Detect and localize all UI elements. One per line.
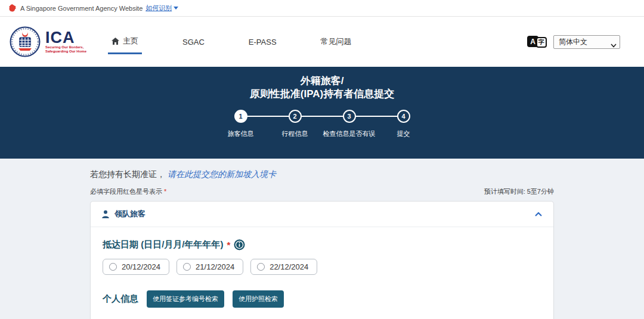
main-nav: 主页 SGAC E-PASS 常见问题	[108, 30, 527, 54]
arrival-date-option-3[interactable]: 22/12/2024	[250, 259, 317, 275]
card-title: 领队旅客	[114, 209, 145, 219]
required-fields-note: 必填字段用红色星号表示 *	[90, 187, 166, 196]
ica-logo[interactable]: ICA Securing Our Borders, Safeguarding O…	[10, 26, 86, 57]
step-1-traveller-info: 1 旅客信息	[234, 110, 247, 123]
person-icon	[101, 210, 110, 218]
ica-emblem-icon	[10, 26, 41, 57]
step-connector	[302, 116, 343, 117]
home-icon	[112, 38, 119, 45]
ica-logo-text: ICA Securing Our Borders, Safeguarding O…	[45, 30, 86, 54]
lion-crest-icon	[8, 4, 16, 12]
arrival-date-options: 20/12/2024 21/12/2024 22/12/2024	[103, 259, 541, 275]
page-title: 外籍旅客/ 原则性批准(IPA)持有者信息提交	[0, 75, 644, 101]
lead-traveller-card: 领队旅客 抵达日期 (日日/月月/年年年年) *	[90, 201, 554, 319]
info-icon[interactable]	[234, 239, 245, 250]
nav-item-faq[interactable]: 常见问题	[317, 30, 355, 53]
required-asterisk: *	[227, 240, 231, 250]
retrieve-by-passport-button[interactable]: 使用护照检索	[233, 290, 284, 308]
required-asterisk: *	[164, 188, 166, 195]
page-banner: 外籍旅客/ 原则性批准(IPA)持有者信息提交 1 旅客信息 2 行程信息 3 …	[0, 67, 644, 159]
arrival-date-option-2[interactable]: 21/12/2024	[177, 259, 243, 275]
radio-icon	[257, 263, 265, 271]
language-switcher: A 字 简体中文	[527, 35, 620, 49]
gov-bar-text: A Singapore Government Agency Website	[20, 5, 143, 12]
progress-stepper: 1 旅客信息 2 行程信息 3 检查信息是否有误 4 提交	[0, 110, 644, 123]
submit-arrival-card-link[interactable]: 请在此提交您的新加坡入境卡	[168, 169, 276, 179]
step-3-review: 3 检查信息是否有误	[343, 110, 356, 123]
nav-item-sgac[interactable]: SGAC	[179, 32, 208, 52]
nav-item-home[interactable]: 主页	[108, 30, 142, 54]
lead-traveller-card-header[interactable]: 领队旅客	[91, 202, 553, 227]
step-connector	[247, 116, 289, 117]
step-4-submit: 4 提交	[397, 110, 410, 123]
ltp-notice: 若您持有长期准证， 请在此提交您的新加坡入境卡	[90, 169, 554, 180]
translate-icon: A 字	[527, 35, 549, 49]
radio-icon	[183, 263, 191, 271]
step-connector	[356, 116, 397, 117]
language-select[interactable]: 简体中文	[553, 35, 620, 49]
gov-bar: A Singapore Government Agency Website 如何…	[0, 0, 644, 17]
step-2-trip-info: 2 行程信息	[289, 110, 302, 123]
ica-tagline: Securing Our Borders, Safeguarding Our H…	[45, 45, 86, 54]
site-header: ICA Securing Our Borders, Safeguarding O…	[0, 17, 644, 67]
how-to-identify-link[interactable]: 如何识别	[145, 4, 178, 13]
estimated-time: 预计填写时间: 5至7分钟	[484, 187, 554, 196]
caret-down-icon	[174, 7, 178, 10]
main-content: 若您持有长期准证， 请在此提交您的新加坡入境卡 必填字段用红色星号表示 * 预计…	[0, 159, 644, 319]
arrival-date-option-1[interactable]: 20/12/2024	[103, 259, 169, 275]
personal-info-title: 个人信息	[103, 293, 138, 305]
ica-wordmark: ICA	[45, 30, 86, 45]
retrieve-by-visa-button[interactable]: 使用签证参考编号检索	[147, 290, 224, 308]
nav-item-epass[interactable]: E-PASS	[245, 32, 280, 52]
radio-icon	[109, 263, 117, 271]
chevron-up-icon[interactable]	[534, 212, 543, 217]
arrival-date-label: 抵达日期 (日日/月月/年年年年) *	[103, 239, 541, 250]
